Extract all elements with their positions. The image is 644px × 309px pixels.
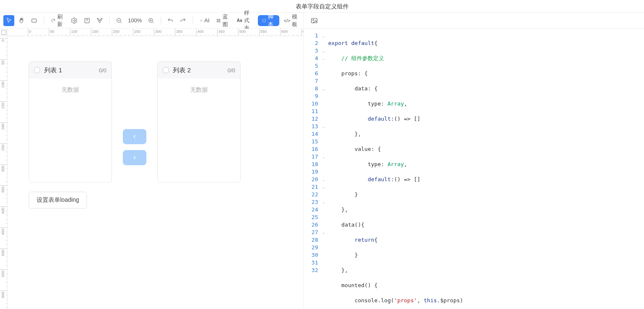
divider (44, 17, 44, 24)
line-gutter: 1234567891011121314151617181920212223242… (304, 29, 321, 309)
chevron-left-icon (132, 134, 138, 140)
svg-rect-8 (217, 21, 218, 22)
checkbox-icon[interactable] (34, 67, 40, 73)
transfer-list-1-empty: 无数据 (29, 79, 111, 182)
transfer-list-1-title: 列表 1 (44, 66, 62, 74)
fold-bar: ⌄⌄⌄⌄⌄⌄⌄⌄⌄⌄ (321, 29, 326, 309)
ai-label: AI (204, 17, 209, 24)
refresh-button[interactable]: 刷新 (48, 15, 67, 26)
zoom-out-icon[interactable] (114, 15, 125, 26)
transfer-list-1-header: 列表 1 0/0 (29, 62, 111, 79)
zoom-in-icon[interactable] (146, 15, 156, 26)
ruler-origin-icon[interactable] (0, 29, 8, 36)
transfer-list-1-count: 0/0 (99, 67, 106, 74)
transfer-left-button[interactable] (123, 129, 146, 144)
settings-icon[interactable] (69, 15, 80, 26)
set-loading-button[interactable]: 设置表单loading (29, 192, 87, 209)
design-pane: 刷新 100% (0, 13, 304, 309)
transfer-list-2-title: 列表 2 (173, 66, 191, 74)
transfer-list-2[interactable]: 列表 2 0/0 无数据 (157, 61, 241, 182)
transfer-buttons (123, 61, 146, 182)
svg-rect-9 (219, 21, 220, 22)
template-button[interactable]: </> 模板 (281, 15, 300, 26)
code-editor[interactable]: 1234567891011121314151617181920212223242… (304, 29, 644, 309)
script-label: 脚本 (268, 13, 276, 28)
divider (161, 17, 161, 24)
vertical-ruler: 050100150200250300350400450500550600 (0, 36, 8, 309)
svg-point-5 (201, 20, 202, 21)
pointer-tool[interactable] (3, 15, 14, 26)
undo-icon[interactable] (165, 15, 176, 26)
transfer-list-2-header: 列表 2 0/0 (158, 62, 240, 79)
hand-tool[interactable] (16, 15, 27, 26)
transfer-list-2-count: 0/0 (228, 67, 235, 74)
svg-point-12 (313, 19, 314, 20)
transfer-list-2-empty: 无数据 (158, 79, 240, 182)
svg-rect-7 (219, 19, 220, 20)
code-content[interactable]: export default{ // 组件参数定义 props: { data:… (326, 29, 644, 309)
transfer-list-1[interactable]: 列表 1 0/0 无数据 (29, 61, 112, 182)
design-canvas[interactable]: 列表 1 0/0 无数据 (8, 36, 303, 309)
zoom-level[interactable]: 100% (126, 17, 143, 24)
blueprint-button[interactable]: 蓝图 (214, 15, 233, 26)
code-pane: 1234567891011121314151617181920212223242… (304, 13, 644, 309)
divider (193, 17, 193, 24)
divider (109, 17, 110, 24)
design-toolbar: 刷新 100% (0, 13, 303, 29)
refresh-label: 刷新 (57, 13, 65, 28)
svg-rect-10 (263, 19, 265, 21)
svg-rect-6 (217, 19, 218, 20)
ai-button[interactable]: AI (197, 15, 212, 26)
script-button[interactable]: 脚本 (258, 15, 279, 26)
checkbox-icon[interactable] (163, 67, 169, 73)
redo-icon[interactable] (178, 15, 188, 26)
blueprint-label: 蓝图 (223, 13, 230, 28)
chevron-right-icon (132, 155, 138, 161)
transfer-right-button[interactable] (123, 150, 146, 165)
svg-rect-0 (32, 19, 37, 22)
template-label: 模板 (292, 13, 297, 28)
export-icon[interactable] (82, 15, 93, 26)
horizontal-ruler: 0501001502002503003504004505005506006507… (8, 29, 303, 36)
canvas-area: 0501001502002503003504004505005506006507… (0, 29, 303, 309)
rect-tool[interactable] (29, 15, 40, 26)
image-icon[interactable] (309, 15, 320, 26)
stylesheet-button[interactable]: Aa 样式表 (234, 15, 256, 26)
code-toolbar (304, 13, 644, 29)
transfer-component: 列表 1 0/0 无数据 (29, 61, 241, 182)
page-title: 表单字段自定义组件 (0, 0, 644, 13)
svg-point-1 (74, 20, 75, 21)
vue-icon[interactable] (94, 15, 105, 26)
